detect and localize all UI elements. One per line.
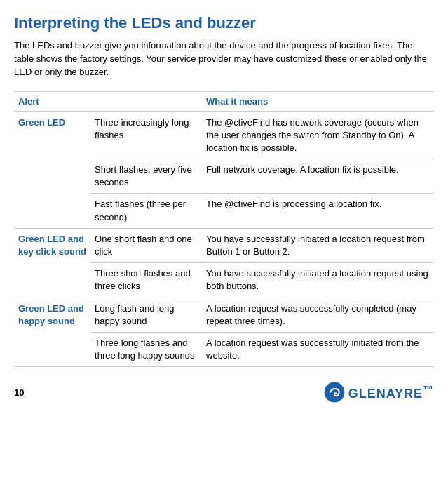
alert-meaning: You have successfully initiated a locati… [202,228,434,262]
page-number: 10 [14,387,24,398]
alert-description: Three short flashes and three clicks [90,263,202,298]
header-meaning: What it means [202,91,434,112]
alert-meaning: The @ctiveFind has network coverage (occ… [202,112,434,159]
alert-meaning: A location request was successfully init… [202,332,434,366]
alert-description: Long flash and long happy sound [90,298,202,332]
alert-description: Three long flashes and three long happy … [90,332,202,366]
alert-meaning: Full network coverage. A location fix is… [202,159,434,194]
header-alert: Alert [14,91,202,112]
alert-label: Green LED [14,112,90,229]
intro-text: The LEDs and buzzer give you information… [14,39,434,79]
logo-tm: ™ [423,383,434,395]
alert-description: Short flashes, every five seconds [90,159,202,194]
alert-meaning: A location request was successfully comp… [202,298,434,332]
alert-description: Three increasingly long flashes [90,112,202,159]
alert-meaning: The @ctiveFind is processing a location … [202,194,434,228]
alert-label: Green LED and key click sound [14,228,90,298]
logo-text: GLENAYRE™ [348,383,434,401]
leds-table: Alert What it means Green LEDThree incre… [14,91,434,368]
logo: GLENAYRE™ [323,381,434,403]
page-title: Interpreting the LEDs and buzzer [14,14,434,32]
svg-point-0 [324,382,344,403]
alert-description: One short flash and one click [90,228,202,262]
alert-description: Fast flashes (three per second) [90,194,202,228]
alert-meaning: You have successfully initiated a locati… [202,263,434,298]
table-row: Green LED and key click soundOne short f… [14,228,434,262]
table-row: Green LEDThree increasingly long flashes… [14,112,434,159]
table-row: Green LED and happy soundLong flash and … [14,298,434,332]
footer: 10 GLENAYRE™ [14,381,434,403]
alert-label: Green LED and happy sound [14,298,90,367]
glenayre-logo-icon [323,381,346,403]
